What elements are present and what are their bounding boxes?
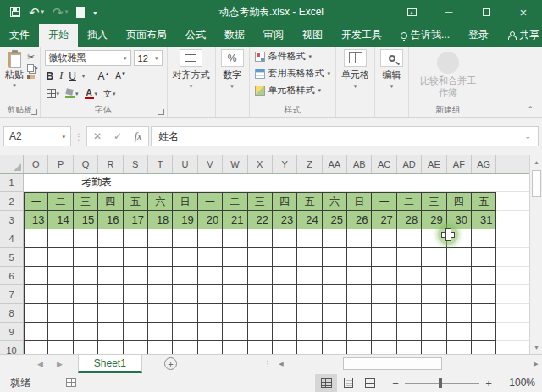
date-cell[interactable]: 23 bbox=[273, 211, 297, 229]
page-break-view-button[interactable] bbox=[359, 374, 381, 392]
weekday-cell[interactable]: 三 bbox=[248, 192, 273, 211]
underline-button[interactable]: U bbox=[69, 70, 76, 82]
scroll-left-icon[interactable]: ◀ bbox=[275, 361, 287, 367]
empty-cell[interactable] bbox=[273, 229, 297, 248]
date-cell[interactable]: 24 bbox=[297, 211, 322, 229]
date-cell[interactable]: 13 bbox=[24, 211, 48, 229]
scroll-right-icon[interactable]: ▶ bbox=[530, 361, 542, 367]
empty-cell[interactable] bbox=[74, 323, 98, 341]
empty-cell[interactable] bbox=[173, 323, 197, 341]
empty-cell[interactable] bbox=[124, 285, 148, 304]
weekday-cell[interactable]: 五 bbox=[297, 192, 322, 211]
macro-record-icon[interactable] bbox=[66, 378, 76, 387]
empty-cell[interactable] bbox=[397, 229, 422, 248]
empty-cell[interactable] bbox=[198, 341, 223, 354]
empty-cell[interactable] bbox=[347, 304, 372, 323]
font-color-button[interactable]: A▾ bbox=[85, 89, 98, 99]
empty-cell[interactable] bbox=[48, 248, 73, 267]
weekday-cell[interactable]: 五 bbox=[124, 192, 148, 211]
group-alignment-collapsed[interactable]: 对齐方式 ▾ bbox=[168, 47, 216, 117]
borders-button[interactable]: ▾ bbox=[47, 89, 60, 98]
empty-cell[interactable] bbox=[397, 304, 422, 323]
fill-color-button[interactable]: ▾ bbox=[65, 89, 79, 98]
empty-cell[interactable] bbox=[223, 285, 247, 304]
date-cell[interactable]: 27 bbox=[372, 211, 396, 229]
empty-cell[interactable] bbox=[422, 267, 446, 285]
sign-in-button[interactable]: 登录 bbox=[459, 24, 498, 47]
dialog-launcher-icon[interactable] bbox=[31, 109, 37, 115]
row-header-1[interactable]: 1 bbox=[0, 174, 24, 192]
empty-cell[interactable] bbox=[273, 323, 297, 341]
zoom-in-button[interactable]: + bbox=[483, 377, 495, 389]
weekday-cell[interactable]: 四 bbox=[273, 192, 297, 211]
empty-cell[interactable] bbox=[74, 285, 98, 304]
empty-cell[interactable] bbox=[24, 341, 48, 354]
weekday-cell[interactable]: 二 bbox=[223, 192, 247, 211]
empty-cell[interactable] bbox=[447, 248, 472, 267]
column-header-AB[interactable]: AB bbox=[347, 155, 372, 173]
empty-cell[interactable] bbox=[98, 229, 123, 248]
empty-cell[interactable] bbox=[372, 323, 396, 341]
empty-cell[interactable] bbox=[273, 341, 297, 354]
empty-cell[interactable] bbox=[297, 229, 322, 248]
empty-cell[interactable] bbox=[248, 285, 273, 304]
empty-cell[interactable] bbox=[472, 304, 496, 323]
column-header-AC[interactable]: AC bbox=[372, 155, 396, 173]
weekday-cell[interactable]: 二 bbox=[48, 192, 73, 211]
row1-cells[interactable]: 考勤表 bbox=[24, 174, 529, 192]
empty-cell[interactable] bbox=[198, 229, 223, 248]
empty-cell[interactable] bbox=[148, 323, 173, 341]
weekday-cell[interactable]: 三 bbox=[422, 192, 446, 211]
empty-cell[interactable] bbox=[98, 341, 123, 354]
empty-cell[interactable] bbox=[74, 341, 98, 354]
empty-cell[interactable] bbox=[273, 248, 297, 267]
empty-cell[interactable] bbox=[372, 341, 396, 354]
weekday-cell[interactable]: 四 bbox=[98, 192, 123, 211]
column-header-AG[interactable]: AG bbox=[472, 155, 496, 173]
tab-file[interactable]: 文件 bbox=[0, 24, 39, 47]
empty-cell[interactable] bbox=[297, 285, 322, 304]
normal-view-button[interactable] bbox=[315, 374, 337, 392]
cut-button[interactable]: ✂ bbox=[27, 52, 38, 62]
horizontal-scroll-track[interactable] bbox=[287, 355, 530, 373]
row-header-7[interactable]: 7 bbox=[0, 285, 24, 304]
weekday-cell[interactable]: 六 bbox=[148, 192, 173, 211]
phonetic-guide-button[interactable]: 文▾ bbox=[103, 90, 116, 98]
bold-button[interactable]: B bbox=[47, 70, 54, 82]
zoom-slider-thumb[interactable] bbox=[439, 378, 442, 388]
vertical-scrollbar[interactable]: ▲ ▼ bbox=[529, 155, 542, 354]
empty-cell[interactable] bbox=[48, 304, 73, 323]
empty-cell[interactable] bbox=[422, 248, 446, 267]
cancel-button[interactable]: ✕ bbox=[87, 130, 108, 142]
column-header-Y[interactable]: Y bbox=[273, 155, 297, 173]
format-as-table-button[interactable]: 套用表格格式▾ bbox=[255, 65, 331, 81]
empty-cell[interactable] bbox=[273, 285, 297, 304]
empty-cell[interactable] bbox=[297, 248, 322, 267]
share-button[interactable]: 共享 bbox=[498, 24, 542, 47]
weekday-cell[interactable]: 二 bbox=[397, 192, 422, 211]
tell-me-box[interactable]: 告诉我... bbox=[391, 24, 459, 47]
close-button[interactable]: × bbox=[505, 0, 542, 24]
empty-cell[interactable] bbox=[198, 248, 223, 267]
date-cell[interactable]: 22 bbox=[248, 211, 273, 229]
empty-cell[interactable] bbox=[273, 304, 297, 323]
empty-cell[interactable] bbox=[397, 267, 422, 285]
column-header-T[interactable]: T bbox=[148, 155, 173, 173]
select-all-corner[interactable] bbox=[0, 155, 24, 173]
empty-cell[interactable] bbox=[323, 248, 347, 267]
column-header-P[interactable]: P bbox=[48, 155, 73, 173]
row-header-5[interactable]: 5 bbox=[0, 248, 24, 267]
copy-button[interactable]: ▾ bbox=[27, 64, 38, 72]
date-cell[interactable]: 16 bbox=[98, 211, 123, 229]
empty-cell[interactable] bbox=[124, 341, 148, 354]
empty-cell[interactable] bbox=[472, 341, 496, 354]
empty-cell[interactable] bbox=[98, 267, 123, 285]
empty-cell[interactable] bbox=[397, 341, 422, 354]
minimize-button[interactable]: ─ bbox=[430, 0, 467, 24]
empty-cell[interactable] bbox=[347, 267, 372, 285]
empty-cell[interactable] bbox=[472, 248, 496, 267]
empty-cell[interactable] bbox=[422, 304, 446, 323]
maximize-button[interactable] bbox=[467, 0, 505, 24]
sheet-tab-sheet1[interactable]: Sheet1 bbox=[78, 355, 142, 373]
empty-cell[interactable] bbox=[347, 229, 372, 248]
